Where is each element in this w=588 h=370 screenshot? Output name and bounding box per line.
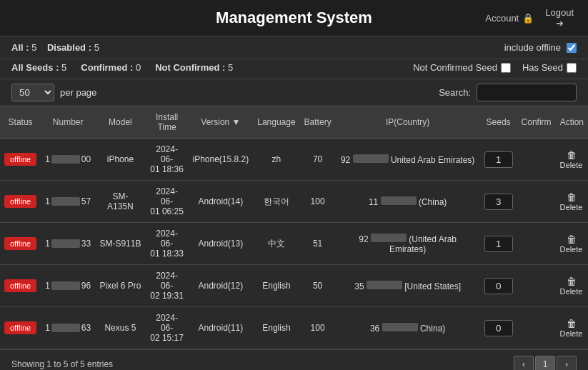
include-offline-checkbox[interactable] <box>567 43 577 53</box>
devices-table: Status Number Model InstallTime Version … <box>0 106 588 349</box>
col-language: Language <box>253 106 299 139</box>
not-confirmed-seed-label: Not Confirmed Seed <box>413 62 497 73</box>
number-blur-2 <box>51 239 80 248</box>
search-input[interactable] <box>477 84 577 101</box>
cell-language-0: zh <box>253 139 299 181</box>
number-blur-3 <box>51 281 80 290</box>
next-page-button[interactable]: › <box>557 356 577 370</box>
number-blur-4 <box>51 324 80 332</box>
cell-language-1: 한국어 <box>253 181 299 223</box>
col-seeds: Seeds <box>480 106 517 139</box>
ip-blur-1 <box>381 196 417 205</box>
col-status: Status <box>0 106 41 139</box>
cell-confirm-2 <box>517 223 556 265</box>
delete-button-3[interactable]: 🗑 Delete <box>560 276 583 296</box>
page-1-button[interactable]: 1 <box>535 356 555 370</box>
cell-model-0: iPhone <box>95 139 145 181</box>
cell-number-3: 1 96 <box>41 265 95 307</box>
include-offline-section: include offline <box>504 42 577 53</box>
per-page-select[interactable]: 50 100 200 <box>11 84 54 101</box>
delete-button-4[interactable]: 🗑 Delete <box>560 318 583 338</box>
cell-model-3: Pixel 6 Pro <box>95 265 145 307</box>
stats-left-2: All Seeds : 5 Confirmed : 0 Not Confirme… <box>11 62 233 73</box>
col-version[interactable]: Version ▼ <box>188 106 253 139</box>
cell-version-4: Android(11) <box>188 307 253 349</box>
search-section: Search: <box>439 84 577 101</box>
account-section[interactable]: Account 🔒 <box>485 13 534 24</box>
controls-bar: 50 100 200 per page Search: <box>0 79 588 106</box>
stats-left-1: All : 5 Disabled : 5 <box>11 42 99 53</box>
pagination-info: Showing 1 to 5 of 5 entries <box>11 359 113 369</box>
logout-icon: ➔ <box>556 18 564 29</box>
trash-icon-2: 🗑 <box>567 234 577 245</box>
cell-battery-0: 70 <box>300 139 336 181</box>
seeds-input-3[interactable] <box>484 278 513 294</box>
cell-install-time-0: 2024-06- 01 18:36 <box>146 139 189 181</box>
include-offline-label: include offline <box>504 42 561 53</box>
delete-button-2[interactable]: 🗑 Delete <box>560 234 583 254</box>
not-confirmed-seed-checkbox[interactable] <box>501 63 511 73</box>
per-page-label: per page <box>60 87 96 98</box>
logout-label: Logout <box>545 7 574 18</box>
cell-model-4: Nexus 5 <box>95 307 145 349</box>
prev-page-button[interactable]: ‹ <box>514 356 534 370</box>
delete-button-0[interactable]: 🗑 Delete <box>560 149 583 169</box>
seeds-input-2[interactable] <box>484 236 513 252</box>
cell-version-3: Android(12) <box>188 265 253 307</box>
pagination-bar: Showing 1 to 5 of 5 entries ‹ 1 › <box>0 349 588 370</box>
cell-confirm-0 <box>517 139 556 181</box>
col-install-time: InstallTime <box>146 106 189 139</box>
table-row: offline 1 33 SM-S911B 2024-06- 01 18:33 … <box>0 223 588 265</box>
trash-icon-4: 🗑 <box>567 318 577 329</box>
status-badge-3: offline <box>4 279 36 292</box>
cell-action-2: 🗑 Delete <box>556 223 588 265</box>
pagination-controls: ‹ 1 › <box>514 356 577 370</box>
cell-seeds-2 <box>480 223 517 265</box>
cell-confirm-1 <box>517 181 556 223</box>
ip-blur-3 <box>367 281 402 289</box>
not-confirmed-stat: Not Confirmed : 5 <box>155 62 233 73</box>
cell-install-time-4: 2024-06- 02 15:17 <box>146 307 189 349</box>
seed-filters: Not Confirmed Seed Has Seed <box>413 62 577 73</box>
cell-action-0: 🗑 Delete <box>556 139 588 181</box>
cell-language-2: 中文 <box>253 223 299 265</box>
cell-action-3: 🗑 Delete <box>556 265 588 307</box>
cell-seeds-4 <box>480 307 517 349</box>
cell-battery-2: 51 <box>300 223 336 265</box>
page-title: Management System <box>216 9 372 26</box>
logout-button[interactable]: Logout ➔ <box>545 7 574 29</box>
cell-install-time-2: 2024-06- 01 18:33 <box>146 223 189 265</box>
cell-status-1: offline <box>0 181 41 223</box>
cell-ip-3: 35 [United States] <box>336 265 480 307</box>
delete-button-1[interactable]: 🗑 Delete <box>560 191 583 211</box>
cell-battery-4: 100 <box>300 307 336 349</box>
cell-model-2: SM-S911B <box>95 223 145 265</box>
header-actions: Account 🔒 Logout ➔ <box>485 7 574 29</box>
stats-bar-1: All : 5 Disabled : 5 include offline <box>0 36 588 59</box>
table-row: offline 1 00 iPhone 2024-06- 01 18:36 iP… <box>0 139 588 181</box>
col-ip-country: IP(Country) <box>336 106 480 139</box>
cell-confirm-3 <box>517 265 556 307</box>
per-page-section: 50 100 200 per page <box>11 84 96 101</box>
cell-version-2: Android(13) <box>188 223 253 265</box>
search-label: Search: <box>439 87 471 98</box>
cell-status-2: offline <box>0 223 41 265</box>
cell-status-3: offline <box>0 265 41 307</box>
trash-icon-0: 🗑 <box>567 149 577 161</box>
has-seed-checkbox[interactable] <box>567 63 577 73</box>
cell-confirm-4 <box>517 307 556 349</box>
cell-ip-4: 36 China) <box>336 307 480 349</box>
has-seed-filter: Has Seed <box>522 62 577 73</box>
cell-number-1: 1 57 <box>41 181 95 223</box>
status-badge-4: offline <box>4 321 36 334</box>
status-badge-0: offline <box>4 153 36 166</box>
seeds-input-1[interactable] <box>484 194 513 210</box>
seeds-input-0[interactable] <box>484 151 513 168</box>
trash-icon-3: 🗑 <box>567 276 577 287</box>
table-row: offline 1 63 Nexus 5 2024-06- 02 15:17 A… <box>0 307 588 349</box>
cell-seeds-1 <box>480 181 517 223</box>
seeds-input-4[interactable] <box>484 320 513 336</box>
cell-number-2: 1 33 <box>41 223 95 265</box>
cell-ip-1: 11 (China) <box>336 181 480 223</box>
status-badge-2: offline <box>4 237 36 250</box>
